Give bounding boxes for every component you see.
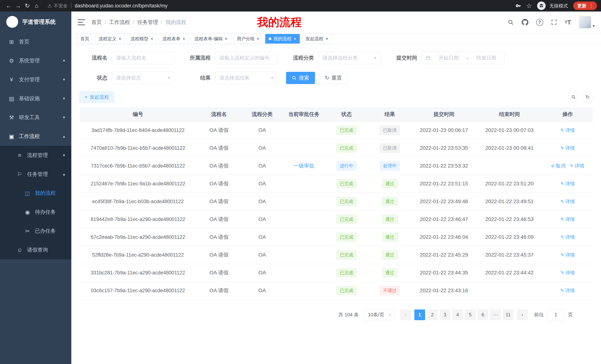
process-name-input[interactable] — [112, 52, 174, 64]
page-button-1[interactable]: 1 — [414, 309, 425, 320]
detail-action-link[interactable]: ✎详情 — [570, 163, 584, 169]
detail-action-link[interactable]: ✎详情 — [560, 198, 575, 205]
table-row: 819442e8-7b9a-11ec-a290-acde48001122OA 请… — [80, 211, 593, 228]
tab-label: 流程模型 — [130, 36, 148, 42]
github-icon[interactable] — [522, 19, 528, 26]
browser-home-icon[interactable]: ⌂ — [32, 1, 41, 10]
current-task-link[interactable]: 一级审批 — [293, 163, 314, 169]
tags-view-tab[interactable]: 流程表单-编辑× — [191, 34, 231, 44]
tags-view-tab[interactable]: 发起流程× — [302, 34, 332, 44]
close-icon[interactable]: × — [225, 37, 228, 41]
close-icon[interactable]: × — [151, 37, 153, 41]
detail-action-link[interactable]: ✎详情 — [560, 287, 575, 294]
user-avatar[interactable]: ▾ — [579, 16, 595, 29]
toggle-search-button[interactable] — [568, 92, 579, 102]
password-key-icon[interactable] — [516, 3, 521, 9]
detail-action-link[interactable]: ✎详情 — [560, 216, 575, 223]
sidebar-item-devtools[interactable]: ⚒研发工具▾ — [0, 108, 71, 127]
detail-action-link[interactable]: ✎详情 — [560, 127, 575, 134]
submit-time-range-picker[interactable]: 开始日期 - 结束日期 — [421, 52, 504, 64]
category-select[interactable]: 请选择流程分类 ▾ — [318, 52, 381, 64]
column-header: 结果 — [368, 107, 411, 121]
browser-back-icon[interactable]: ← — [4, 1, 13, 10]
process-def-input[interactable] — [215, 52, 278, 64]
status-badge: 已完成 — [336, 179, 357, 188]
sidebar-item-home[interactable]: ⊞首页 — [0, 32, 71, 51]
hamburger-icon[interactable] — [78, 19, 85, 25]
app-logo[interactable]: 芋道管理系统 — [0, 11, 71, 32]
detail-action-link[interactable]: ✎详情 — [560, 181, 575, 187]
tags-view-tab[interactable]: 我的流程× — [265, 34, 300, 44]
breadcrumb-item[interactable]: 首页 — [91, 19, 102, 26]
create-process-button[interactable]: + 发起流程 — [80, 92, 114, 102]
refresh-table-button[interactable]: ↻ — [582, 92, 593, 102]
sidebar-item-todo-tasks[interactable]: ◉待办任务 — [0, 203, 71, 221]
prev-page-button[interactable]: ‹ — [400, 309, 411, 320]
process-id-cell: 2152467e-7b9b-11ec-9a1b-acde48001122 — [80, 175, 196, 192]
detail-action-link[interactable]: ✎详情 — [560, 269, 575, 276]
page-button-6[interactable]: 6 — [478, 309, 488, 320]
address-bar[interactable]: ⚠ 不安全 dashboard.yudao.iocoder.cn/bpm/tas… — [48, 3, 516, 9]
browser-reload-icon[interactable]: ↻ — [23, 1, 32, 10]
breadcrumb-separator: / — [161, 19, 163, 25]
table-toolbar: + 发起流程 ↻ — [80, 92, 593, 102]
breadcrumb-item[interactable]: 工作流程 — [109, 19, 130, 26]
tags-view-tab[interactable]: 流程表单× — [159, 34, 189, 44]
status-select[interactable]: 请选择状态 ▾ — [112, 72, 174, 84]
font-size-icon[interactable]: TT — [565, 19, 571, 26]
search-icon[interactable] — [508, 19, 514, 25]
sidebar-item-infrastructure[interactable]: ▤基础设施▾ — [0, 89, 71, 108]
table-row: 7470a810-7b9b-11ec-b5b7-acde48001122OA 请… — [80, 139, 593, 157]
column-header: 提交时间 — [411, 107, 476, 121]
help-icon[interactable]: ? — [536, 19, 543, 26]
sidebar-item-my-process[interactable]: ◫我的流程 — [0, 184, 71, 203]
chevron-down-icon: ▾ — [374, 56, 376, 60]
breadcrumb-item[interactable]: 任务管理 — [137, 19, 158, 26]
page-button-4[interactable]: 4 — [452, 309, 463, 320]
fullscreen-icon[interactable] — [551, 19, 557, 25]
next-page-button[interactable]: › — [517, 309, 528, 320]
search-button[interactable]: 搜索 — [286, 72, 315, 84]
more-pages-icon[interactable]: ··· — [490, 309, 501, 320]
tags-view-tab[interactable]: 流程模型× — [127, 34, 157, 44]
browser-forward-icon[interactable]: → — [13, 1, 23, 10]
sidebar-item-leave-query[interactable]: ☺请假查询 — [0, 240, 71, 259]
page-button-3[interactable]: 3 — [440, 309, 450, 320]
tags-view-tab[interactable]: 流程定义× — [95, 34, 125, 44]
tools-icon: ⚒ — [7, 114, 16, 121]
detail-action-link[interactable]: ✎详情 — [560, 252, 575, 258]
sidebar-item-process-management[interactable]: ≡流程管理▾ — [0, 146, 71, 165]
breadcrumb-separator: / — [105, 19, 106, 25]
tags-view-tab[interactable]: 首页 — [77, 34, 93, 44]
reset-button[interactable]: ↻ 重置 — [319, 72, 348, 84]
sidebar-menu: ⊞首页⚙系统管理▾¥支付管理▾▤基础设施▾⚒研发工具▾▣工作流程▴≡流程管理▾⚐… — [0, 32, 71, 259]
page-button-5[interactable]: 5 — [465, 309, 476, 320]
sidebar-item-workflow[interactable]: ▣工作流程▴ — [0, 127, 71, 146]
workflow-icon: ▣ — [7, 133, 16, 140]
avatar-image — [579, 16, 591, 29]
detail-action-link[interactable]: ✎详情 — [560, 145, 575, 151]
sidebar-item-payment[interactable]: ¥支付管理▾ — [0, 70, 71, 89]
close-icon[interactable]: × — [326, 37, 328, 41]
sidebar-item-system[interactable]: ⚙系统管理▾ — [0, 51, 71, 70]
update-button[interactable]: 更新 ⋮ — [573, 1, 597, 10]
sidebar-item-done-tasks[interactable]: ✂已办任务 — [0, 221, 71, 240]
close-icon[interactable]: × — [257, 37, 260, 41]
goto-page-input[interactable] — [548, 309, 564, 320]
close-icon[interactable]: × — [294, 37, 296, 41]
process-category-cell: OA — [242, 246, 283, 264]
page-button-2[interactable]: 2 — [427, 309, 438, 320]
detail-action-link[interactable]: ✎详情 — [560, 234, 575, 240]
cancel-action-link[interactable]: ⊘取消 — [551, 163, 565, 169]
result-select[interactable]: 请选择流结果 ▾ — [215, 72, 278, 84]
sidebar-item-task-management[interactable]: ⚐任务管理▴ — [0, 165, 71, 184]
update-label: 更新 — [577, 3, 587, 9]
page-button-11[interactable]: 11 — [503, 309, 513, 320]
bookmark-star-icon[interactable]: ☆ — [526, 2, 532, 10]
process-name-cell: OA 请假 — [196, 157, 242, 175]
browser-menu-icon[interactable]: ⋮ — [589, 3, 594, 9]
page-size-select[interactable]: 10条/页 ▾ — [364, 309, 395, 320]
close-icon[interactable]: × — [119, 37, 121, 41]
close-icon[interactable]: × — [182, 37, 185, 41]
tags-view-tab[interactable]: 用户分组× — [233, 34, 263, 44]
